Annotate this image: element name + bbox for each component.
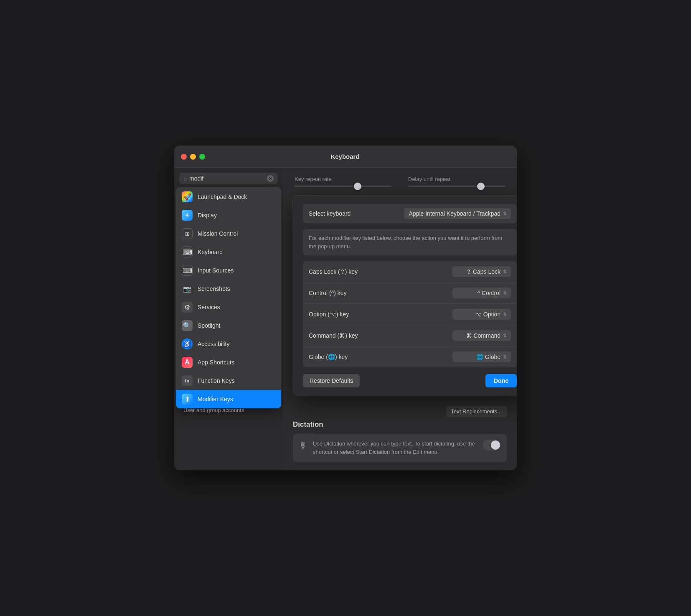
sidebar-item-inputsources[interactable]: ⌨ Input Sources: [176, 261, 281, 280]
control-label: Control (^) key: [309, 290, 452, 296]
control-select[interactable]: ^ Control ⇅: [452, 288, 511, 298]
sidebar-item-keyboard[interactable]: ⌨ Keyboard: [176, 243, 281, 261]
sidebar-dropdown: 🚀 Launchpad & Dock ☀ Display ⊞ Mission C…: [176, 188, 281, 408]
modifierkeys-label: Modifier Keys: [198, 396, 233, 402]
main-scroll[interactable]: Key repeat rate Delay until repeat: [283, 168, 517, 470]
sidebar-item-screenshot[interactable]: 📷 Screenshots: [176, 280, 281, 298]
option-chevron: ⇅: [503, 312, 507, 317]
titlebar: Keyboard: [174, 146, 517, 168]
keyboard-label: Keyboard: [198, 249, 223, 255]
dictation-row: 🎙 Use Dictation wherever you can type te…: [293, 434, 507, 462]
services-label: Services: [198, 304, 220, 311]
select-keyboard-row: Select keyboard Apple Internal Keyboard …: [303, 204, 517, 223]
functionkeys-icon: fn: [182, 375, 193, 386]
search-input[interactable]: [189, 175, 264, 182]
modal-footer: Restore Defaults Done: [303, 374, 517, 387]
mission-label: Mission Control: [198, 230, 238, 237]
description-text: For each modifier key listed below, choo…: [309, 234, 511, 250]
delay-until-repeat-group: Delay until repeat: [408, 176, 505, 187]
display-label: Display: [198, 212, 217, 219]
caps-lock-value: ⇪ Caps Lock: [466, 268, 500, 275]
key-repeat-label: Key repeat rate: [295, 176, 391, 182]
search-bar: ⌕ ✕: [179, 173, 278, 184]
modifierkeys-icon: ⬆: [182, 394, 193, 405]
dictation-toggle[interactable]: [483, 440, 501, 451]
text-replacements-button[interactable]: Text Replacements...: [446, 406, 507, 417]
spotlight-icon: 🔍: [182, 320, 193, 331]
sidebar-item-modifierkeys[interactable]: ⬆ Modifier Keys: [176, 390, 281, 408]
done-button[interactable]: Done: [485, 374, 517, 387]
main-wrapper: Key repeat rate Delay until repeat: [283, 168, 517, 470]
content-area: ⌕ ✕ ♿ Accessibility 🚀 Launchpad & Dock: [174, 168, 517, 470]
appshortcuts-icon: A: [182, 357, 193, 368]
sidebar-item-accessibility[interactable]: ♿ Accessibility: [176, 335, 281, 353]
main-window: Keyboard ⌕ ✕ ♿ Accessibility 🚀: [174, 146, 517, 470]
caps-lock-select[interactable]: ⇪ Caps Lock ⇅: [452, 266, 511, 277]
globe-label: Globe (🌐) key: [309, 354, 452, 360]
accessibility-dd-icon: ♿: [182, 339, 193, 349]
keyboard-label-row: Text Replacements...: [293, 406, 507, 417]
search-clear-button[interactable]: ✕: [267, 175, 274, 182]
below-modal-section: Text Replacements... Dictation 🎙 Use Dic…: [283, 406, 517, 470]
option-select[interactable]: ⌥ Option ⇅: [452, 309, 511, 320]
option-row: Option (⌥) key ⌥ Option ⇅: [303, 304, 517, 325]
keyboard-select-button[interactable]: Apple Internal Keyboard / Trackpad ⇅: [404, 208, 511, 219]
microphone-icon: 🎙: [299, 440, 308, 451]
delay-until-repeat-thumb[interactable]: [477, 183, 485, 190]
sidebar-item-services[interactable]: ⚙ Services: [176, 298, 281, 316]
sidebar-item-launchpad[interactable]: 🚀 Launchpad & Dock: [176, 188, 281, 206]
delay-until-repeat-label: Delay until repeat: [408, 176, 505, 182]
display-icon: ☀: [182, 210, 193, 221]
key-rows-container: Caps Lock (⇪) key ⇪ Caps Lock ⇅ Control …: [303, 261, 517, 367]
restore-defaults-button[interactable]: Restore Defaults: [303, 374, 360, 387]
command-row: Command (⌘) key ⌘ Command ⇅: [303, 325, 517, 346]
caps-lock-label: Caps Lock (⇪) key: [309, 268, 452, 275]
sidebar-item-spotlight[interactable]: 🔍 Spotlight: [176, 316, 281, 335]
command-label: Command (⌘) key: [309, 332, 452, 339]
sliders-row: Key repeat rate Delay until repeat: [293, 176, 507, 187]
sidebar-item-display[interactable]: ☀ Display: [176, 206, 281, 224]
option-label: Option (⌥) key: [309, 311, 452, 318]
key-repeat-group: Key repeat rate: [295, 176, 391, 187]
functionkeys-label: Function Keys: [198, 377, 235, 384]
appshortcuts-label: App Shortcuts: [198, 359, 234, 366]
screenshot-label: Screenshots: [198, 285, 230, 292]
sidebar-item-mission[interactable]: ⊞ Mission Control: [176, 224, 281, 243]
command-value: ⌘ Command: [466, 332, 500, 339]
control-value: ^ Control: [477, 290, 500, 296]
command-select[interactable]: ⌘ Command ⇅: [452, 330, 511, 341]
globe-value: 🌐 Globe: [476, 354, 500, 360]
control-row: Control (^) key ^ Control ⇅: [303, 283, 517, 304]
description-box: For each modifier key listed below, choo…: [303, 229, 517, 255]
keyboard-icon: ⌨: [182, 247, 193, 257]
sidebar-item-functionkeys[interactable]: fn Function Keys: [176, 372, 281, 390]
key-repeat-track[interactable]: [295, 186, 391, 187]
services-icon: ⚙: [182, 302, 193, 313]
launchpad-label: Launchpad & Dock: [198, 193, 247, 200]
inputsources-label: Input Sources: [198, 267, 234, 274]
option-value: ⌥ Option: [475, 311, 500, 318]
spotlight-label: Spotlight: [198, 322, 220, 329]
command-chevron: ⇅: [503, 333, 507, 339]
sidebar: ⌕ ✕ ♿ Accessibility 🚀 Launchpad & Dock: [174, 168, 283, 470]
search-icon: ⌕: [183, 176, 187, 182]
caps-lock-chevron: ⇅: [503, 269, 507, 275]
modifier-keys-dialog: Select keyboard Apple Internal Keyboard …: [293, 196, 517, 396]
key-repeat-thumb[interactable]: [354, 183, 361, 190]
launchpad-icon: 🚀: [182, 191, 193, 202]
control-chevron: ⇅: [503, 290, 507, 296]
keyboard-panel: Key repeat rate Delay until repeat: [283, 168, 517, 402]
screenshot-icon: 📷: [182, 283, 193, 294]
keyboard-select-value: Apple Internal Keyboard / Trackpad: [409, 210, 500, 217]
mission-icon: ⊞: [182, 228, 193, 239]
globe-select[interactable]: 🌐 Globe ⇅: [452, 351, 511, 362]
accessibility-dd-label: Accessibility: [198, 341, 229, 347]
window-title: Keyboard: [180, 153, 510, 160]
globe-row: Globe (🌐) key 🌐 Globe ⇅: [303, 346, 517, 367]
dictation-description: Use Dictation wherever you can type text…: [313, 440, 478, 456]
caps-lock-row: Caps Lock (⇪) key ⇪ Caps Lock ⇅: [303, 261, 517, 283]
keyboard-select-chevron: ⇅: [503, 211, 507, 216]
toggle-thumb: [491, 440, 500, 450]
sidebar-item-appshortcuts[interactable]: A App Shortcuts: [176, 353, 281, 372]
delay-until-repeat-track[interactable]: [408, 186, 505, 187]
